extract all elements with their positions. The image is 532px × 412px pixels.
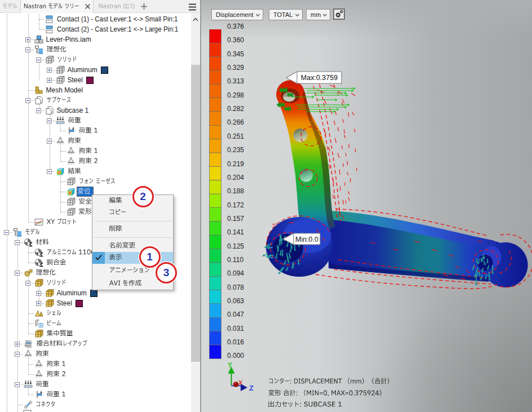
svg-text:Max:0.3759: Max:0.3759 (301, 74, 338, 82)
svg-text:Y: Y (228, 361, 232, 369)
svg-text:X: X (238, 379, 243, 386)
svg-text:Min:0.0: Min:0.0 (295, 236, 318, 243)
svg-text:Z: Z (249, 384, 254, 392)
